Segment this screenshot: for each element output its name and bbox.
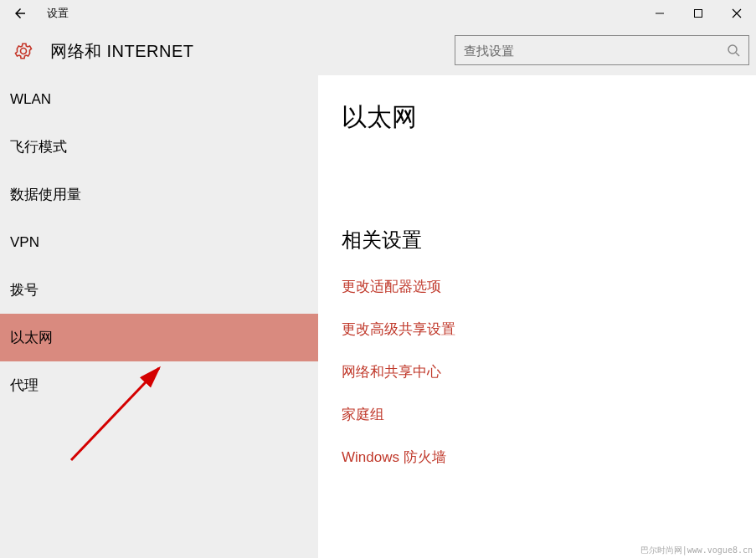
sidebar-item-wlan[interactable]: WLAN bbox=[0, 75, 318, 123]
window-controls bbox=[640, 0, 756, 27]
svg-point-2 bbox=[728, 45, 737, 54]
sidebar-item-dialup[interactable]: 拨号 bbox=[0, 266, 318, 314]
svg-rect-1 bbox=[695, 10, 702, 18]
sidebar-item-label: 飞行模式 bbox=[10, 137, 67, 156]
link-windows-firewall[interactable]: Windows 防火墙 bbox=[342, 448, 446, 467]
watermark: 巴尔时尚网|www.vogue8.cn bbox=[640, 545, 753, 556]
maximize-button[interactable] bbox=[679, 0, 717, 27]
link-adapter-options[interactable]: 更改适配器选项 bbox=[342, 277, 441, 296]
sidebar-item-airplane[interactable]: 飞行模式 bbox=[0, 123, 318, 171]
sidebar-item-label: 数据使用量 bbox=[10, 185, 81, 204]
sidebar-item-proxy[interactable]: 代理 bbox=[0, 361, 318, 409]
related-settings-title: 相关设置 bbox=[342, 227, 733, 253]
link-network-sharing-center[interactable]: 网络和共享中心 bbox=[342, 362, 441, 381]
settings-gear-icon bbox=[7, 41, 40, 61]
sidebar-item-data-usage[interactable]: 数据使用量 bbox=[0, 171, 318, 218]
sidebar-item-vpn[interactable]: VPN bbox=[0, 218, 318, 266]
sidebar-item-label: 以太网 bbox=[10, 328, 53, 347]
svg-line-3 bbox=[736, 53, 739, 56]
sidebar-item-label: 拨号 bbox=[10, 280, 39, 299]
back-button[interactable] bbox=[0, 0, 40, 27]
search-icon bbox=[727, 44, 740, 57]
sidebar-item-label: WLAN bbox=[10, 91, 51, 108]
link-advanced-sharing[interactable]: 更改高级共享设置 bbox=[342, 320, 455, 339]
close-button[interactable] bbox=[717, 0, 756, 27]
minimize-icon bbox=[655, 8, 665, 18]
main-content: 以太网 相关设置 更改适配器选项 更改高级共享设置 网络和共享中心 家庭组 Wi… bbox=[318, 75, 756, 558]
body: WLAN 飞行模式 数据使用量 VPN 拨号 以太网 代理 以太网 相关设置 更… bbox=[0, 75, 756, 558]
header-title: 网络和 INTERNET bbox=[50, 40, 194, 63]
sidebar-item-label: 代理 bbox=[10, 376, 39, 395]
sidebar-item-ethernet[interactable]: 以太网 bbox=[0, 314, 318, 361]
maximize-icon bbox=[693, 8, 703, 18]
search-input[interactable] bbox=[464, 44, 727, 58]
search-box[interactable] bbox=[455, 35, 749, 65]
titlebar: 设置 bbox=[0, 0, 756, 27]
header: 网络和 INTERNET bbox=[0, 27, 756, 75]
sidebar-item-label: VPN bbox=[10, 234, 39, 251]
back-arrow-icon bbox=[13, 6, 28, 21]
page-title: 以太网 bbox=[342, 100, 733, 135]
close-icon bbox=[732, 8, 742, 18]
window-title: 设置 bbox=[47, 6, 69, 21]
link-homegroup[interactable]: 家庭组 bbox=[342, 405, 384, 424]
sidebar: WLAN 飞行模式 数据使用量 VPN 拨号 以太网 代理 bbox=[0, 75, 318, 558]
svg-rect-0 bbox=[656, 13, 664, 14]
minimize-button[interactable] bbox=[640, 0, 679, 27]
